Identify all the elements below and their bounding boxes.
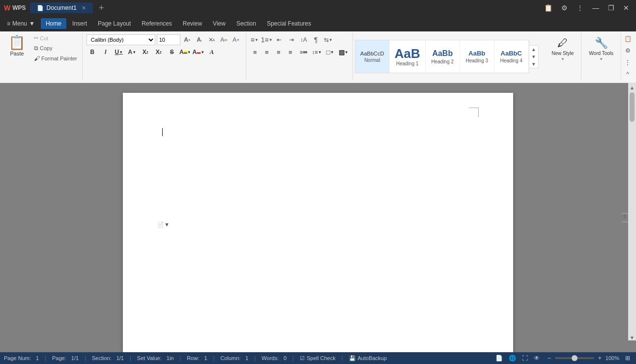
close-button[interactable]: ✕	[620, 2, 632, 14]
clear-format-btn[interactable]: ✕A	[206, 34, 217, 45]
text-dir-btn[interactable]: ⇆▼	[323, 34, 334, 45]
text-effects-btn[interactable]: A✦	[231, 34, 242, 45]
distributed-btn[interactable]: ≡⇔	[298, 47, 310, 57]
title-bar-right: 📋 ⚙ ⋮ — ❐ ✕	[541, 2, 632, 14]
menu-label: Menu	[12, 20, 27, 27]
ribbon-settings-icon[interactable]: ⚙	[622, 45, 633, 56]
ribbon-overflow-icon[interactable]: ⋮	[622, 57, 633, 68]
maximize-button[interactable]: ❐	[605, 2, 617, 14]
zoom-in-btn[interactable]: +	[596, 354, 604, 363]
font-size-color-btn[interactable]: A▬▼	[193, 47, 204, 57]
table-of-contents-icon[interactable]: 📋	[541, 2, 555, 14]
menu-tab-special-features[interactable]: Special Features	[262, 18, 316, 29]
menu-tab-review[interactable]: Review	[178, 18, 207, 29]
print-layout-btn[interactable]: 📄	[493, 354, 505, 363]
text-cursor-area[interactable]	[162, 128, 163, 136]
add-tab-button[interactable]: +	[97, 3, 106, 13]
format-painter-button[interactable]: 🖌 Format Painter	[31, 54, 80, 63]
zoom-out-btn[interactable]: −	[546, 354, 553, 363]
text-highlight-btn[interactable]: A▬▼	[179, 47, 191, 57]
tab-close-btn[interactable]: ✕	[82, 5, 86, 11]
font-size-input[interactable]	[157, 34, 180, 45]
justify-btn[interactable]: ≡	[285, 47, 296, 57]
menu-tab-section[interactable]: Section	[231, 18, 261, 29]
font-size-decrease-btn[interactable]: A-	[194, 34, 205, 45]
copy-button[interactable]: ⧉ Copy	[31, 43, 80, 53]
style-h3-preview: AaBb	[468, 50, 485, 57]
font-family-select[interactable]: Calibri (Body)	[87, 34, 155, 45]
ribbon-collapse-icon[interactable]: ^	[622, 69, 633, 80]
borders-btn[interactable]: □▼	[324, 47, 336, 57]
numbering-btn[interactable]: 1≡▼	[261, 34, 272, 45]
show-hide-btn[interactable]: ¶	[311, 34, 321, 45]
style-heading4[interactable]: AaBbC Heading 4	[494, 40, 529, 73]
paste-button[interactable]: 📋 Paste	[4, 33, 30, 59]
settings-icon[interactable]: ⚙	[558, 2, 571, 14]
superscript-btn[interactable]: X2	[153, 47, 165, 57]
full-screen-btn[interactable]: ⛶	[520, 354, 530, 363]
char-style-btn[interactable]: A	[206, 47, 218, 57]
menu-hamburger[interactable]: ≡ Menu ▼	[2, 18, 40, 29]
side-expand-btn[interactable]: ⇔	[622, 214, 628, 221]
style-normal[interactable]: AaBbCcD Normal	[355, 40, 390, 73]
style-h2-label: Heading 2	[431, 59, 454, 64]
sort-btn[interactable]: ↕A	[298, 34, 309, 45]
word-tools-button[interactable]: 🔧 Word Tools ▼	[583, 33, 619, 65]
fit-page-btn[interactable]: ⊞	[623, 354, 632, 363]
italic-button[interactable]: I	[100, 47, 112, 57]
autobackup-label: AutoBackup	[358, 355, 387, 361]
cut-button[interactable]: ✂ Cut	[31, 33, 80, 43]
align-center-btn[interactable]: ≡	[261, 47, 273, 57]
align-right-btn[interactable]: ≡	[273, 47, 285, 57]
paste-helper-doc-icon: 📄	[157, 222, 164, 227]
font-size-increase-btn[interactable]: A+	[182, 34, 193, 45]
outdent-btn[interactable]: ⇤	[274, 34, 285, 45]
style-more-btn[interactable]: ▼	[529, 60, 538, 68]
shading-btn[interactable]: ▨▼	[338, 47, 349, 57]
subscript-btn[interactable]: X2	[140, 47, 151, 57]
style-heading2[interactable]: AaBb Heading 2	[426, 40, 460, 73]
style-heading1[interactable]: AaB Heading 1	[390, 40, 426, 73]
bold-button[interactable]: B	[87, 47, 98, 57]
extra-controls: 📋 ⚙ ⋮ ^	[621, 32, 634, 81]
autobackup-btn[interactable]: 💾 AutoBackup	[349, 355, 387, 362]
new-style-button[interactable]: 🖊 New Style ▼	[546, 33, 579, 65]
focus-mode-btn[interactable]: 👁	[532, 354, 542, 363]
clipboard-group-content: 📋 Paste ✂ Cut ⧉ Copy 🖌 Format Painter	[4, 33, 80, 80]
menu-tab-view[interactable]: View	[208, 18, 231, 29]
menu-tab-references[interactable]: References	[137, 18, 176, 29]
set-value: 1in	[167, 355, 174, 361]
bullets-btn[interactable]: ≡▼	[249, 34, 260, 45]
web-layout-btn[interactable]: 🌐	[507, 354, 518, 363]
minimize-button[interactable]: —	[589, 2, 602, 14]
style-heading3[interactable]: AaBb Heading 3	[460, 40, 494, 73]
scroll-down-btn[interactable]: ▼	[630, 335, 635, 340]
text-cursor	[162, 128, 163, 136]
underline-button[interactable]: U▼	[113, 47, 125, 57]
style-scroll-down[interactable]: ▼	[529, 53, 538, 60]
style-scroll-up[interactable]: ▲	[529, 46, 538, 53]
menu-tab-page-layout[interactable]: Page Layout	[93, 18, 136, 29]
align-buttons: ≡ ≡ ≡ ≡	[249, 47, 296, 57]
strikethrough-btn[interactable]: S	[166, 47, 178, 57]
words-value: 0	[284, 355, 287, 361]
char-spacing-btn[interactable]: A⇔	[219, 34, 230, 45]
document-page[interactable]: 📄▼	[123, 93, 513, 352]
zoom-slider[interactable]	[555, 357, 594, 359]
scroll-thumb[interactable]	[630, 92, 635, 122]
paste-helper-icon[interactable]: 📄▼	[157, 222, 170, 228]
cut-icon: ✂	[34, 35, 38, 41]
indent-btn[interactable]: ⇥	[286, 34, 297, 45]
scroll-up-btn[interactable]: ▲	[630, 85, 635, 90]
line-spacing-btn[interactable]: ↕≡▼	[311, 47, 323, 57]
spell-check-btn[interactable]: ☑ Spell Check	[300, 355, 336, 362]
document-tab[interactable]: 📄 Document1 ✕	[30, 2, 93, 13]
overflow-icon[interactable]: ⋮	[574, 2, 586, 14]
vertical-scrollbar[interactable]: ▲ ▼	[628, 83, 636, 340]
font-color-btn[interactable]: A▼	[126, 47, 138, 57]
align-left-btn[interactable]: ≡	[249, 47, 261, 57]
toc-icon[interactable]: 📋	[622, 33, 633, 44]
menu-tab-insert[interactable]: Insert	[67, 18, 92, 29]
menu-tab-home[interactable]: Home	[41, 18, 66, 29]
clipboard-small-group: ✂ Cut ⧉ Copy 🖌 Format Painter	[31, 33, 80, 63]
